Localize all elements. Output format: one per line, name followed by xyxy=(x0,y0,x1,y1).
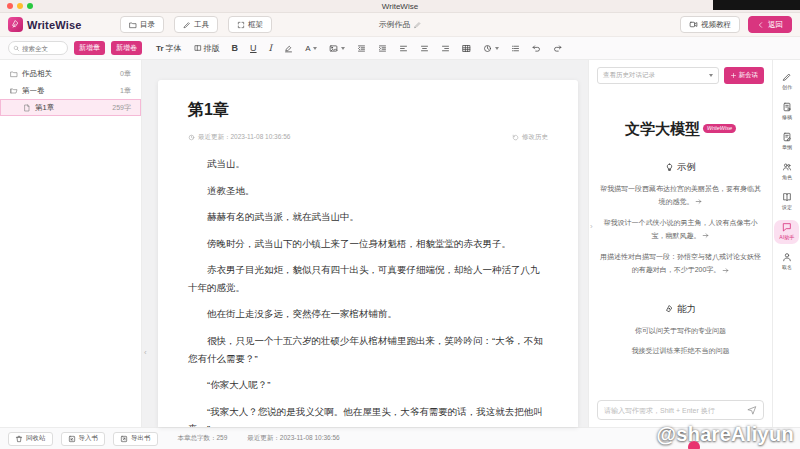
video-tutorial-button[interactable]: 视频教程 xyxy=(680,16,740,33)
rail-item-characters[interactable]: 角色 xyxy=(774,160,799,184)
layout-icon xyxy=(194,44,202,52)
recycle-bin-button[interactable]: 回收站 xyxy=(8,432,53,446)
chapter-word-count: 本章总字数：259 xyxy=(178,434,228,443)
word-count: 259字 xyxy=(112,103,131,113)
chevron-left-icon xyxy=(757,21,765,29)
paragraph[interactable]: 很快，只见一个十五六岁的壮硕少年从棺材铺里跑出来，笑吟吟问：“大爷，不知您有什么… xyxy=(188,332,548,367)
arrow-right-icon xyxy=(702,232,709,239)
export-book-label: 导出书 xyxy=(131,434,151,443)
clock-icon xyxy=(188,134,195,141)
model-title: 文学大模型 xyxy=(625,120,700,138)
clock-icon xyxy=(483,44,492,53)
frame-button[interactable]: 框架 xyxy=(228,16,272,33)
header-actions: 视频教程 返回 xyxy=(680,16,792,33)
search-input[interactable] xyxy=(22,45,63,52)
panel-collapse-handle[interactable]: › xyxy=(590,222,593,231)
tools-label: 工具 xyxy=(194,20,209,30)
writewise-logo-icon xyxy=(8,17,23,32)
chapter-count: 1章 xyxy=(120,86,131,96)
history-time-button[interactable] xyxy=(483,44,499,53)
trash-icon xyxy=(15,435,23,443)
history-dialog-select[interactable]: 查看历史对话记录 xyxy=(597,67,719,84)
new-session-button[interactable]: 新会话 xyxy=(724,67,765,84)
align-right-button[interactable] xyxy=(441,44,450,53)
send-icon[interactable] xyxy=(747,405,757,415)
paragraph[interactable]: 他在街上走没多远，突然停在一家棺材铺前。 xyxy=(188,305,548,323)
highlighter-button[interactable] xyxy=(284,44,293,53)
paragraph[interactable]: 傍晚时分，武当山下的小镇上来了一位身材魁梧，相貌堂堂的赤衣男子。 xyxy=(188,235,548,253)
rail-item-ai-assistant[interactable]: AI助手 xyxy=(774,220,799,244)
sidebar-collapse-handle[interactable]: ‹ xyxy=(144,348,147,357)
folder-icon xyxy=(129,21,137,29)
insert-image-button[interactable] xyxy=(329,44,345,53)
examples-heading: 示例 xyxy=(597,161,764,174)
example-text: 用描述性对白描写一段：孙悟空与猪八戒讨论女妖怪的有趣对白，不少于200字。 xyxy=(600,253,761,273)
paragraph[interactable]: “你家大人呢？” xyxy=(188,376,548,394)
sidebar-item-chapter-1[interactable]: 第1章 259字 xyxy=(0,99,141,116)
prompt-input[interactable] xyxy=(604,407,743,414)
align-center-icon xyxy=(420,44,429,53)
italic-button[interactable]: I xyxy=(269,43,273,53)
document-person-icon xyxy=(782,102,792,112)
book-icon xyxy=(782,192,792,202)
add-volume-button[interactable]: 新增卷 xyxy=(111,41,142,55)
rail-item-create[interactable]: 创作 xyxy=(774,70,799,94)
underline-button[interactable]: U xyxy=(250,43,257,53)
import-book-button[interactable]: 导入书 xyxy=(61,432,106,446)
tools-button[interactable]: 工具 xyxy=(174,16,218,33)
insert-table-button[interactable] xyxy=(462,44,471,53)
example-prompt[interactable]: 帮我设计一个武侠小说的男主角，人设有点像韦小宝，幽默风趣。 xyxy=(600,217,761,242)
paragraph[interactable]: 武当山。 xyxy=(188,155,548,173)
typeset-button[interactable]: 排版 xyxy=(194,43,220,54)
manuscript-page[interactable]: 第1章 最近更新：2023-11-08 10:36:56 修改历史 武当山。 道… xyxy=(158,80,578,427)
image-icon xyxy=(329,44,338,53)
document-title-text: 示例作品 xyxy=(379,19,411,30)
chevron-down-icon xyxy=(313,47,317,50)
fulltext-search[interactable] xyxy=(8,41,68,55)
chapter-content[interactable]: 武当山。 道教圣地。 赫赫有名的武当派，就在武当山中。 傍晚时分，武当山下的小镇… xyxy=(188,155,548,427)
people-icon xyxy=(782,162,792,172)
search-icon xyxy=(13,45,20,52)
bold-button[interactable]: B xyxy=(232,43,239,53)
font-label: 字体 xyxy=(166,43,182,54)
rail-item-revise[interactable]: 修稿 xyxy=(774,100,799,124)
brand: WriteWise xyxy=(8,17,120,32)
revision-history-link[interactable]: 修改历史 xyxy=(512,133,548,142)
example-prompt[interactable]: 用描述性对白描写一段：孙悟空与猪八戒讨论女妖怪的有趣对白，不少于200字。 xyxy=(600,251,761,276)
align-center-button[interactable] xyxy=(420,44,429,53)
rail-item-settings[interactable]: 设定 xyxy=(774,190,799,214)
redo-button[interactable] xyxy=(553,44,562,53)
list-button[interactable] xyxy=(511,44,520,53)
ai-assistant-panel: › 查看历史对话记录 新会话 文学大模型WriteWise 示例 帮我描写一段西… xyxy=(588,60,772,427)
example-prompt[interactable]: 帮我描写一段西藏布达拉宫的美丽景色，要有身临其境的感觉。 xyxy=(600,183,761,208)
folder-open-icon xyxy=(10,87,18,95)
back-button[interactable]: 返回 xyxy=(748,16,792,33)
rail-item-naming[interactable]: 取名 xyxy=(774,250,799,274)
paragraph[interactable]: 赤衣男子目光如炬，貌似只有四十出头，可真要仔细端倪，却给人一种活了八九十年的感觉… xyxy=(188,261,548,296)
export-book-button[interactable]: 导出书 xyxy=(113,432,158,446)
prompt-input-box[interactable] xyxy=(597,400,764,420)
indent-increase-button[interactable] xyxy=(378,44,387,53)
undo-button[interactable] xyxy=(532,44,541,53)
paragraph[interactable]: 赫赫有名的武当派，就在武当山中。 xyxy=(188,208,548,226)
revision-history-label: 修改历史 xyxy=(522,133,548,142)
add-chapter-button[interactable]: 新增章 xyxy=(74,41,105,55)
sidebar-item-volume-1[interactable]: 第一卷 1章 xyxy=(0,82,141,99)
sidebar-item-related-works[interactable]: 作品相关 0章 xyxy=(0,65,141,82)
edit-title-icon[interactable] xyxy=(414,21,422,29)
table-icon xyxy=(462,44,471,53)
font-family-button[interactable]: Tr 字体 xyxy=(156,43,182,54)
rail-item-outline[interactable]: 章纲 xyxy=(774,130,799,154)
catalog-button[interactable]: 目录 xyxy=(120,16,164,33)
indent-decrease-button[interactable] xyxy=(357,44,366,53)
import-book-label: 导入书 xyxy=(79,434,99,443)
font-color-button[interactable]: A xyxy=(305,44,317,53)
paragraph[interactable]: 道教圣地。 xyxy=(188,182,548,200)
pen-nib-icon xyxy=(665,305,674,314)
last-updated-status: 最近更新：2023-11-08 10:36:56 xyxy=(247,434,339,443)
history-dialog-label: 查看历史对话记录 xyxy=(603,71,655,80)
pen-icon xyxy=(782,72,792,82)
paragraph[interactable]: “我家大人？您说的是我义父啊。他在屋里头，大爷有需要的话，我这就去把他叫来。” xyxy=(188,403,548,427)
align-left-button[interactable] xyxy=(399,44,408,53)
sidebar-item-label: 第1章 xyxy=(35,103,54,113)
